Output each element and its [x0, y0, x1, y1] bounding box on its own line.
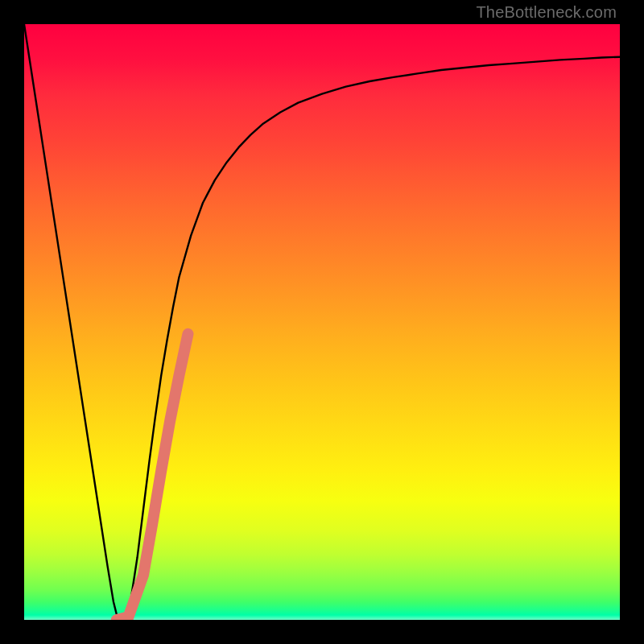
- watermark-text: TheBottleneck.com: [476, 3, 617, 22]
- highlight-segment: [117, 334, 188, 620]
- plot-area: [24, 24, 620, 620]
- chart-stage: TheBottleneck.com: [0, 0, 644, 644]
- curve-layer: [24, 24, 620, 620]
- bottleneck-curve: [24, 24, 620, 620]
